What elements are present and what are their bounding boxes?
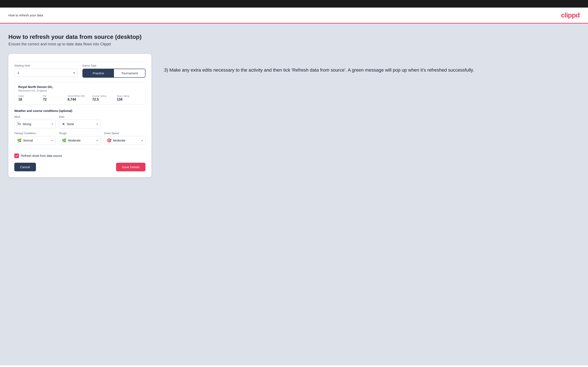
- rain-arrow-icon: ▾: [96, 123, 98, 126]
- course-info-box: Royal North Devon GC, Westward Ho!, Engl…: [14, 82, 146, 105]
- refresh-checkbox-row: Refresh shots from data source: [14, 153, 146, 158]
- green-speed-group: Green Speed 🎯 Moderate ▾: [104, 132, 146, 145]
- rough-arrow-icon: ▾: [96, 139, 98, 142]
- par-stat: Par 72: [43, 95, 68, 101]
- wind-label: Wind: [14, 116, 56, 118]
- holes-value: 18: [18, 98, 43, 101]
- slope-rating-label: Slope rating: [117, 95, 141, 97]
- rain-select[interactable]: ☀ None ▾: [59, 120, 101, 128]
- starting-hole-group: Starting Hole 1 10 ▾: [14, 64, 77, 78]
- refresh-label: Refresh shots from data source: [21, 154, 62, 158]
- page-subtitle: Ensure the correct and most up to date d…: [9, 42, 579, 46]
- wind-select-left: 🌬 Strong: [17, 122, 31, 126]
- cancel-button[interactable]: Cancel: [14, 163, 36, 171]
- green-speed-select-left: 🎯 Moderate: [107, 138, 126, 143]
- par-label: Par: [43, 95, 68, 97]
- rough-value: Moderate: [68, 139, 80, 142]
- side-instruction: 3) Make any extra edits necessary to the…: [164, 54, 579, 74]
- holes-label: Holes: [18, 95, 43, 97]
- rain-group: Rain ☀ None ▾: [59, 116, 101, 128]
- save-button[interactable]: Save Details: [116, 163, 146, 171]
- conditions-section-label: Weather and course conditions (optional): [14, 109, 146, 113]
- fairway-value: Normal: [23, 139, 33, 142]
- game-type-group: Game Type Practice Tournament: [82, 64, 146, 78]
- rain-icon: ☀: [62, 122, 65, 126]
- starting-hole-label: Starting Hole: [14, 64, 77, 67]
- fairway-select[interactable]: 🌿 Normal ▾: [14, 136, 56, 145]
- game-type-label: Game Type: [82, 64, 146, 67]
- wind-icon: 🌬: [17, 122, 21, 126]
- green-speed-select[interactable]: 🎯 Moderate ▾: [104, 136, 146, 145]
- course-name: Royal North Devon GC,: [18, 85, 141, 89]
- yards-stat: Yards/White (M)) 6,744: [68, 95, 92, 101]
- page-title: How to refresh your data from source (de…: [9, 33, 579, 40]
- refresh-checkbox[interactable]: [14, 153, 19, 158]
- footer: Copyright Clippd 2022: [0, 365, 588, 367]
- tournament-button[interactable]: Tournament: [114, 69, 145, 77]
- yards-label: Yards/White (M)): [68, 95, 92, 97]
- rough-label: Rough: [59, 132, 101, 135]
- course-location: Westward Ho!, England: [18, 89, 141, 92]
- par-value: 72: [43, 98, 68, 101]
- course-stats: Holes 18 Par 72 Yards/White (M)) 6,744 C…: [18, 95, 141, 101]
- wind-arrow-icon: ▾: [52, 122, 53, 125]
- slope-rating-value: 134: [117, 98, 141, 101]
- hole-gametype-row: Starting Hole 1 10 ▾ Game Type Practice …: [14, 64, 146, 78]
- side-instruction-text: 3) Make any extra edits necessary to the…: [164, 67, 579, 74]
- rough-select-left: 🌿 Moderate: [62, 138, 80, 143]
- fairway-group: Fairway Conditions 🌿 Normal ▾: [14, 132, 56, 145]
- form-card: Starting Hole 1 10 ▾ Game Type Practice …: [9, 54, 151, 177]
- holes-stat: Holes 18: [18, 95, 43, 101]
- rough-icon: 🌿: [62, 138, 66, 143]
- green-speed-value: Moderate: [113, 139, 126, 142]
- fairway-arrow-icon: ▾: [52, 139, 53, 142]
- green-speed-label: Green Speed: [104, 132, 146, 135]
- form-actions: Cancel Save Details: [14, 163, 146, 171]
- wind-select[interactable]: 🌬 Strong ▾: [14, 120, 56, 128]
- rain-select-left: ☀ None: [62, 122, 74, 126]
- wind-value: Strong: [23, 122, 31, 126]
- rough-select[interactable]: 🌿 Moderate ▾: [59, 136, 101, 145]
- rough-group: Rough 🌿 Moderate ▾: [59, 132, 101, 145]
- fairway-icon: 🌿: [17, 138, 22, 143]
- fairway-rough-green-row: Fairway Conditions 🌿 Normal ▾ Rough 🌿: [14, 132, 146, 145]
- slope-rating-stat: Slope rating 134: [117, 95, 141, 101]
- green-speed-arrow-icon: ▾: [141, 139, 143, 142]
- fairway-label: Fairway Conditions: [14, 132, 56, 135]
- game-type-toggle: Practice Tournament: [82, 69, 146, 78]
- wind-rain-row: Wind 🌬 Strong ▾ Rain ☀ None: [14, 116, 146, 128]
- page-breadcrumb: How to refresh your data: [9, 13, 43, 17]
- starting-hole-select-wrapper: 1 10 ▾: [14, 69, 77, 77]
- fairway-select-left: 🌿 Normal: [17, 138, 33, 143]
- app-logo: clippd: [561, 11, 579, 19]
- yards-value: 6,744: [68, 98, 92, 101]
- wind-group: Wind 🌬 Strong ▾: [14, 116, 56, 128]
- course-rating-value: 72.5: [92, 98, 117, 101]
- green-speed-icon: 🎯: [107, 138, 112, 143]
- rain-value: None: [67, 122, 74, 126]
- course-rating-label: Course rating: [92, 95, 117, 97]
- starting-hole-select[interactable]: 1 10: [14, 69, 77, 77]
- course-rating-stat: Course rating 72.5: [92, 95, 117, 101]
- rain-label: Rain: [59, 116, 101, 118]
- practice-button[interactable]: Practice: [83, 69, 114, 77]
